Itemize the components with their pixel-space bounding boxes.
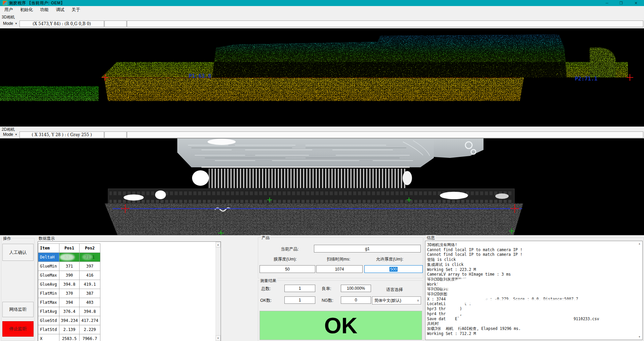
cell-glueavg-pos1: 394.8 — [59, 280, 80, 289]
scan-time-label: 扫描时间ms: — [327, 257, 350, 262]
log-line-14: hpr4 thr , — [427, 311, 599, 317]
yield-field[interactable]: 100.000% — [341, 285, 371, 292]
cell-flatmax-pos2: 403 — [80, 298, 100, 307]
redaction-smudge — [82, 254, 92, 260]
menu-item-2[interactable]: 功能 — [37, 6, 52, 13]
stop-listen-button[interactable]: 停止监听 — [2, 321, 34, 337]
camera3d-section-label: 3D相机 — [2, 14, 15, 20]
ng-count-label: NG数: — [322, 298, 333, 303]
scroll-up-button[interactable]: ▲ — [216, 242, 221, 247]
redaction-smudge — [473, 299, 590, 308]
cell-x-pos1: 2583.5 — [59, 334, 80, 341]
table-row-gluemin[interactable]: GlueMin371397 — [38, 262, 100, 271]
film-thickness-label: 膜厚度(Um): — [274, 257, 297, 262]
film-thickness-field[interactable]: 50 — [260, 265, 315, 273]
cell-x-pos2: 7966.7 — [80, 334, 100, 341]
results-group-label: 测量结果 — [259, 278, 277, 284]
status-box-2d-3 — [127, 131, 643, 138]
table-row-flatmin[interactable]: FlatMin370387 — [38, 289, 100, 298]
cell-flatmax-item: FlatMax — [38, 298, 59, 307]
current-product-label: 当前产品: — [281, 246, 298, 252]
minimize-button[interactable]: ─ — [601, 0, 613, 6]
log-line-16: 共耗时 — [427, 321, 599, 326]
table-row-gluemax[interactable]: GlueMax390416 — [38, 271, 100, 280]
total-field[interactable]: 1 — [284, 285, 315, 292]
cell-flatavg-pos1: 376.4 — [59, 307, 80, 316]
log-line-6: CameraLV array to HImage time : 3 ms — [427, 272, 599, 277]
cell-gluemin-pos1: 371 — [59, 262, 80, 271]
result-status-display: OK — [260, 311, 422, 340]
manual-confirm-button[interactable]: 人工确认 — [2, 244, 34, 261]
log-line-18: Working Set : 712.2 M — [427, 331, 599, 336]
column-header-item: Item — [38, 244, 59, 253]
cell-flatavg-item: FlatAvg — [38, 307, 59, 316]
product-group-label: 产品 — [261, 235, 271, 241]
log-line-2: Cannot find local IP to match camera IP … — [427, 252, 599, 257]
ng-count-field[interactable]: 0 — [341, 296, 371, 304]
chevron-down-icon: ▼ — [15, 22, 17, 25]
allow-thickness-field[interactable]: 500 — [364, 265, 423, 273]
column-header-pos2: Pos2 — [80, 244, 100, 253]
p2-annotation: P2:71.1 — [575, 75, 597, 82]
table-row-x[interactable]: X2583.57966.7 — [38, 334, 100, 341]
table-row-flatmax[interactable]: FlatMax394403 — [38, 298, 100, 307]
scroll-down-button[interactable]: ▼ — [216, 335, 221, 341]
info-group-label: 信息 — [426, 235, 436, 241]
log-line-0: 3D相机没有网络! — [427, 242, 599, 247]
cell-gluemin-pos2: 397 — [80, 262, 100, 271]
menu-item-4[interactable]: 关于 — [68, 6, 84, 13]
heightmap-3d-view[interactable]: P1:63.8 P2:71.1 — [0, 28, 644, 127]
scroll-up-button[interactable]: ▲ — [637, 241, 642, 246]
cell-flatstd-pos1: 2.139 — [59, 325, 80, 334]
menu-item-1[interactable]: 初始化 — [16, 6, 37, 13]
p1-annotation: P1:63.8 — [189, 73, 211, 79]
cell-deltah-item: DeltaH — [38, 253, 59, 262]
cell-flatmax-pos1: 394 — [59, 298, 80, 307]
camera3d-toolbar: Mode▼ (X 5473,Y 84) : (R 0,G 0,B 0) — [0, 20, 644, 28]
table-row-flatavg[interactable]: FlatAvg376.4394.8 — [38, 307, 100, 316]
table-scrollbar[interactable] — [216, 242, 221, 340]
cell-gluemax-item: GlueMax — [38, 271, 59, 280]
network-listen-button[interactable]: 网络监听 — [2, 302, 34, 317]
cell-flatmin-pos1: 370 — [59, 289, 80, 298]
cell-flatmin-item: FlatMin — [38, 289, 59, 298]
language-dropdown[interactable]: 简体中文(默认) ∨ — [372, 296, 421, 304]
table-row-glueavg[interactable]: GlueAvg394.8419.1 — [38, 280, 100, 289]
menu-item-3[interactable]: 调试 — [52, 6, 68, 13]
app-icon — [3, 1, 7, 5]
close-button[interactable]: ✕ — [630, 0, 642, 6]
mode-button-2d[interactable]: Mode▼ — [1, 131, 19, 137]
log-line-15: Save dat E` 9110233.csv — [427, 317, 599, 322]
ok-count-field[interactable]: 1 — [284, 296, 315, 304]
cell-gluestd-pos1: 394.234 — [59, 316, 80, 325]
maximize-button[interactable]: ❐ — [615, 0, 627, 6]
mode-button-3d[interactable]: Mode▼ — [1, 20, 19, 26]
camera-2d-view[interactable] — [0, 138, 644, 235]
chevron-down-icon: ∨ — [415, 299, 421, 302]
table-row-gluestd[interactable]: GlueStd394.234417.274 — [38, 316, 100, 325]
ok-count-label: OK数: — [260, 298, 272, 303]
log-line-4: 集成调试 is click — [427, 262, 599, 267]
cell-glueavg-pos2: 419.1 — [80, 280, 100, 289]
cell-gluemax-pos1: 390 — [59, 271, 80, 280]
menu-bar: 用户初始化功能调试关于 — [0, 6, 644, 13]
camera2d-toolbar: Mode▼ ( X 3145, Y 28 ) : ( Gray 255 ) — [0, 131, 644, 138]
redaction-smudge — [60, 254, 75, 261]
cell-glueavg-item: GlueAvg — [38, 280, 59, 289]
column-header-pos1: Pos1 — [59, 244, 80, 253]
log-line-5: Working Set : 223.2 M — [427, 267, 599, 272]
scan-time-field[interactable]: 1074 — [316, 265, 363, 273]
log-line-1: Cannot find local IP to match camera IP … — [427, 247, 599, 252]
measure-line — [112, 208, 522, 209]
menu-item-0[interactable]: 用户 — [1, 6, 16, 13]
table-header-row: ItemPos1Pos2 — [38, 244, 100, 253]
cell-gluestd-pos2: 417.274 — [80, 316, 100, 325]
current-product-field[interactable]: g1 — [314, 245, 421, 252]
selected-text: 500 — [389, 267, 398, 272]
redaction-smudge — [436, 282, 457, 288]
status-box-2d-2 — [104, 131, 127, 138]
allow-thickness-label: 允许厚度(Um): — [376, 257, 403, 262]
scroll-down-button[interactable]: ▼ — [637, 334, 642, 339]
cell-gluemax-pos2: 416 — [80, 271, 100, 280]
table-row-flatstd[interactable]: FlatStd2.1392.229 — [38, 325, 100, 334]
